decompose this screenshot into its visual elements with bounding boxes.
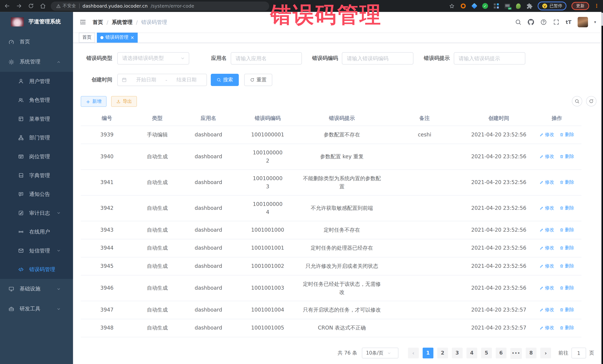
extension-icon[interactable] xyxy=(493,3,499,9)
delete-link[interactable]: 删除 xyxy=(560,226,574,234)
cell-actions: 修改删除 xyxy=(532,169,581,195)
delete-link[interactable]: 删除 xyxy=(560,306,574,314)
show-search-toggle-button[interactable] xyxy=(572,96,582,106)
browser-back-icon[interactable] xyxy=(4,3,10,9)
sidebar-item-idcard[interactable]: 岗位管理 xyxy=(0,147,73,166)
page-button[interactable]: 1 xyxy=(423,348,433,358)
edit-link[interactable]: 修改 xyxy=(540,244,554,252)
font-size-icon[interactable]: tT xyxy=(566,19,571,25)
sidebar-item-tree[interactable]: 部门管理 xyxy=(0,128,73,147)
sidebar-item-menu[interactable]: 菜单管理 xyxy=(0,110,73,128)
edit-link[interactable]: 修改 xyxy=(540,284,554,292)
edit-link[interactable]: 修改 xyxy=(540,178,554,186)
sms-icon xyxy=(18,248,24,254)
page-ellipsis[interactable]: ••• xyxy=(510,348,522,359)
cell-type: 自动生成 xyxy=(133,221,181,239)
header-search-icon[interactable] xyxy=(515,19,521,25)
sidebar-item-book[interactable]: 字典管理 xyxy=(0,166,73,185)
export-button[interactable]: 导出 xyxy=(111,96,137,107)
page-size-select[interactable]: 10条/页 xyxy=(362,348,398,358)
delete-link[interactable]: 删除 xyxy=(560,152,574,161)
error-code-input[interactable] xyxy=(342,52,414,65)
next-page-button[interactable]: › xyxy=(540,348,551,358)
date-range-picker[interactable]: 开始日期 - 结束日期 xyxy=(117,74,207,86)
app-name-input[interactable] xyxy=(231,52,302,65)
edit-link[interactable]: 修改 xyxy=(540,152,554,161)
page-button[interactable]: 6 xyxy=(496,348,506,358)
extension-icon[interactable]: on xyxy=(504,3,510,9)
goto-page-input[interactable] xyxy=(571,348,586,358)
reset-button[interactable]: 重置 xyxy=(244,74,272,86)
add-button[interactable]: + 新增 xyxy=(81,96,106,107)
cell-created: 2021-04-20 23:52:57 xyxy=(465,319,532,337)
browser-home-icon[interactable] xyxy=(39,3,46,9)
tag-home[interactable]: 首页 xyxy=(79,33,95,43)
avatar-caret-icon[interactable]: ▾ xyxy=(594,20,596,24)
user-avatar[interactable] xyxy=(578,17,588,27)
delete-link[interactable]: 删除 xyxy=(560,284,574,292)
help-icon[interactable] xyxy=(540,19,547,25)
cell-hint: 只有开启状态的任务，才可以修改 xyxy=(300,301,384,319)
sidebar-item-sms[interactable]: 短信管理 xyxy=(0,241,73,260)
delete-link[interactable]: 删除 xyxy=(560,204,574,212)
cell-created: 2021-04-20 23:52:56 xyxy=(465,144,532,169)
browser-forward-icon[interactable] xyxy=(16,3,22,9)
extension-icon[interactable] xyxy=(471,3,477,9)
sidebar-item-toolbox[interactable]: 研发工具 xyxy=(0,299,73,319)
delete-link[interactable]: 删除 xyxy=(560,178,574,186)
edit-link[interactable]: 修改 xyxy=(540,204,554,212)
search-button[interactable]: 搜索 xyxy=(211,74,239,86)
edit-link[interactable]: 修改 xyxy=(540,131,554,139)
page-button[interactable]: 8 xyxy=(526,348,536,358)
fullscreen-icon[interactable] xyxy=(553,19,559,25)
cell-remark xyxy=(384,257,465,275)
sidebar-item-gear[interactable]: 系统管理 xyxy=(0,52,73,72)
error-type-select[interactable]: 请选择错误码类型 xyxy=(117,52,189,65)
edit-link[interactable]: 修改 xyxy=(540,306,554,314)
sidebar-item-code[interactable]: 错误码管理 xyxy=(0,260,73,279)
tag-error-code[interactable]: 错误码管理 × xyxy=(97,33,138,43)
browser-menu-dots-icon[interactable]: ⋮ xyxy=(594,4,599,8)
cell-type: 自动生成 xyxy=(133,195,181,221)
refresh-table-button[interactable] xyxy=(586,96,596,106)
sidebar-item-user[interactable]: 用户管理 xyxy=(0,72,73,91)
delete-link[interactable]: 删除 xyxy=(560,131,574,139)
pagination: 共 76 条 10条/页 ‹ 123456•••8 › 前往 页 xyxy=(81,348,594,359)
address-bar[interactable]: 不安全 dashboard.yudao.iocoder.cn/system/er… xyxy=(51,1,269,11)
app-logo[interactable]: 芋道管理系统 xyxy=(0,12,73,32)
edit-link[interactable]: 修改 xyxy=(540,324,554,332)
sidebar-item-monitor[interactable]: 基础设施 xyxy=(0,279,73,299)
delete-link[interactable]: 删除 xyxy=(560,244,574,252)
github-icon[interactable] xyxy=(527,19,534,25)
cell-id: 3939 xyxy=(81,126,133,144)
extensions-puzzle-icon[interactable] xyxy=(527,3,533,9)
scrollbar-thumb[interactable] xyxy=(602,13,603,26)
delete-link[interactable]: 删除 xyxy=(560,262,574,270)
page-button[interactable]: 2 xyxy=(437,348,448,358)
sidebar-item-log[interactable]: 审计日志 xyxy=(0,204,73,223)
error-hint-input[interactable] xyxy=(454,52,525,65)
breadcrumb-item[interactable]: 系统管理 xyxy=(112,19,132,26)
breadcrumb-item[interactable]: 首页 xyxy=(93,19,103,26)
sidebar-item-notice[interactable]: 通知公告 xyxy=(0,185,73,204)
sidebar-item-users[interactable]: 角色管理 xyxy=(0,91,73,110)
edit-link[interactable]: 修改 xyxy=(540,226,554,234)
edit-link[interactable]: 修改 xyxy=(540,262,554,270)
gear-icon xyxy=(9,59,14,65)
prev-page-button[interactable]: ‹ xyxy=(408,348,419,358)
delete-link[interactable]: 删除 xyxy=(560,324,574,332)
browser-reload-icon[interactable] xyxy=(28,3,34,9)
sidebar-item-online[interactable]: 在线用户 xyxy=(0,222,73,241)
extension-icon[interactable] xyxy=(460,3,466,9)
extension-icon[interactable]: ✓ xyxy=(482,3,488,9)
page-button[interactable]: 3 xyxy=(452,348,463,358)
hamburger-icon[interactable] xyxy=(79,18,86,26)
page-button[interactable]: 5 xyxy=(481,348,492,358)
sidebar-item-dashboard[interactable]: 首页 xyxy=(0,32,73,52)
extension-icon[interactable] xyxy=(515,3,521,9)
page-button[interactable]: 4 xyxy=(466,348,477,358)
tag-close-icon[interactable]: × xyxy=(130,35,134,40)
bookmark-star-icon[interactable] xyxy=(449,3,455,9)
paused-extension-pill[interactable]: 已暂停 xyxy=(538,1,567,10)
browser-update-button[interactable]: 更新 xyxy=(571,2,589,10)
